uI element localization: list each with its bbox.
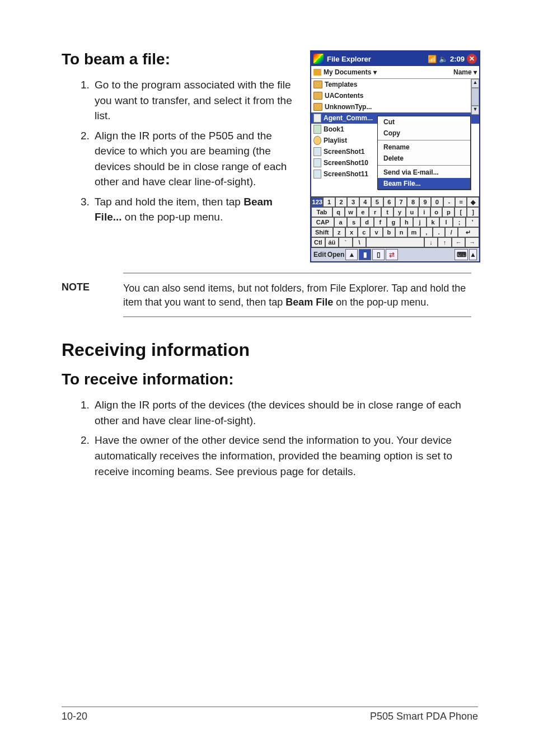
soft-keyboard: 123 1 2 3 4 5 6 7 8 9 0 - = ◆ xyxy=(311,196,479,247)
folder-row[interactable]: Templates xyxy=(311,79,479,90)
key[interactable]: ] xyxy=(467,207,479,217)
scroll-down-icon[interactable]: ▼ xyxy=(471,106,479,115)
key[interactable]: 7 xyxy=(395,197,407,207)
signal-icon: 📶 xyxy=(428,55,437,63)
key[interactable]: ; xyxy=(453,217,466,227)
command-bar: Edit Open ▲ ▮ ▯ ⇄ ⌨ ▲ xyxy=(311,247,479,261)
sort-dropdown[interactable]: Name ▾ xyxy=(453,68,477,76)
sip-arrow-icon[interactable]: ▲ xyxy=(469,249,477,260)
key[interactable]: k xyxy=(427,217,440,227)
key[interactable]: / xyxy=(445,227,457,237)
scroll-up-icon[interactable]: ▲ xyxy=(471,79,479,88)
key-caps[interactable]: CAP xyxy=(311,217,334,227)
key[interactable]: f xyxy=(374,217,387,227)
image-icon xyxy=(313,158,321,167)
key[interactable]: y xyxy=(394,207,406,217)
key[interactable]: c xyxy=(358,227,370,237)
key[interactable]: 3 xyxy=(347,197,359,207)
key-accents[interactable]: áü xyxy=(325,237,339,247)
key-tab[interactable]: Tab xyxy=(311,207,332,217)
key-123[interactable]: 123 xyxy=(311,197,323,207)
key-ctl[interactable]: Ctl xyxy=(311,237,325,247)
tool-icon[interactable]: ▮ xyxy=(359,249,371,260)
scroll-thumb[interactable] xyxy=(471,88,479,106)
key-shift[interactable]: Shift xyxy=(311,227,333,237)
breadcrumb-folder[interactable]: My Documents ▾ xyxy=(324,68,377,76)
key[interactable]: \ xyxy=(353,237,367,247)
key[interactable]: z xyxy=(333,227,345,237)
key[interactable]: ' xyxy=(466,217,479,227)
key[interactable]: 6 xyxy=(383,197,395,207)
key[interactable]: [ xyxy=(455,207,467,217)
sort-label: Name xyxy=(453,68,472,76)
beam-steps-list: Go to the program associated with the fi… xyxy=(62,77,297,225)
menu-open[interactable]: Open xyxy=(327,251,345,259)
key[interactable]: 2 xyxy=(335,197,347,207)
key[interactable]: s xyxy=(347,217,360,227)
key[interactable]: t xyxy=(381,207,394,217)
beam-step-1: Go to the program associated with the fi… xyxy=(92,77,297,124)
key[interactable]: v xyxy=(370,227,382,237)
key-right[interactable]: → xyxy=(465,237,479,247)
receive-steps-list: Align the IR ports of the devices (the d… xyxy=(62,397,478,479)
key-down[interactable]: ↓ xyxy=(424,237,438,247)
key[interactable]: u xyxy=(406,207,418,217)
menu-rename[interactable]: Rename xyxy=(378,142,470,153)
key[interactable]: e xyxy=(357,207,369,217)
key-backspace[interactable]: ◆ xyxy=(467,197,479,207)
key[interactable]: . xyxy=(433,227,445,237)
tool-icon[interactable]: ▯ xyxy=(372,249,385,260)
folder-name: UnknownTyp... xyxy=(325,103,372,111)
key-up[interactable]: ↑ xyxy=(438,237,452,247)
key[interactable]: j xyxy=(413,217,427,227)
key[interactable]: 5 xyxy=(371,197,383,207)
key[interactable]: n xyxy=(395,227,407,237)
key[interactable]: w xyxy=(345,207,357,217)
keyboard-toggle-icon[interactable]: ⌨ xyxy=(455,249,468,260)
folder-row[interactable]: UnknownTyp... xyxy=(311,101,479,112)
key-space[interactable] xyxy=(366,237,424,247)
menu-cut[interactable]: Cut xyxy=(378,116,470,128)
key[interactable]: ` xyxy=(339,237,353,247)
key[interactable]: 0 xyxy=(431,197,443,207)
beam-step-3a: Tap and hold the item, then tap xyxy=(95,196,243,208)
menu-send-email[interactable]: Send via E-mail... xyxy=(378,167,470,178)
key[interactable]: q xyxy=(332,207,345,217)
key[interactable]: l xyxy=(439,217,453,227)
key-enter[interactable]: ↵ xyxy=(458,227,480,237)
key[interactable]: d xyxy=(360,217,374,227)
key[interactable]: h xyxy=(400,217,414,227)
key[interactable]: 9 xyxy=(419,197,431,207)
key[interactable]: o xyxy=(430,207,443,217)
note-label: NOTE xyxy=(62,281,123,309)
key[interactable]: b xyxy=(383,227,395,237)
key[interactable]: 4 xyxy=(359,197,371,207)
key-left[interactable]: ← xyxy=(452,237,466,247)
key[interactable]: x xyxy=(345,227,358,237)
key[interactable]: = xyxy=(455,197,467,207)
up-arrow-icon[interactable]: ▲ xyxy=(345,249,358,260)
folder-icon xyxy=(313,92,322,100)
breadcrumb-folder-label: My Documents xyxy=(324,68,371,76)
key[interactable]: p xyxy=(442,207,455,217)
key[interactable]: , xyxy=(420,227,433,237)
menu-beam-file[interactable]: Beam File... xyxy=(378,178,470,189)
start-icon[interactable] xyxy=(313,54,324,64)
menu-edit[interactable]: Edit xyxy=(313,251,326,259)
key[interactable]: m xyxy=(407,227,420,237)
key[interactable]: a xyxy=(334,217,348,227)
key[interactable]: r xyxy=(369,207,381,217)
menu-copy[interactable]: Copy xyxy=(378,128,470,139)
menu-delete[interactable]: Delete xyxy=(378,153,470,164)
folder-row[interactable]: UAContents xyxy=(311,90,479,101)
key[interactable]: i xyxy=(418,207,430,217)
key[interactable]: - xyxy=(443,197,455,207)
beam-text-column: To beam a file: Go to the program associ… xyxy=(62,50,297,235)
scrollbar[interactable]: ▲ ▼ xyxy=(471,79,479,114)
key[interactable]: 8 xyxy=(407,197,419,207)
key[interactable]: 1 xyxy=(323,197,335,207)
key[interactable]: g xyxy=(387,217,400,227)
note-text-c: on the pop-up menu. xyxy=(333,297,429,308)
close-button[interactable]: ✕ xyxy=(467,54,477,64)
network-icon[interactable]: ⇄ xyxy=(386,249,398,260)
